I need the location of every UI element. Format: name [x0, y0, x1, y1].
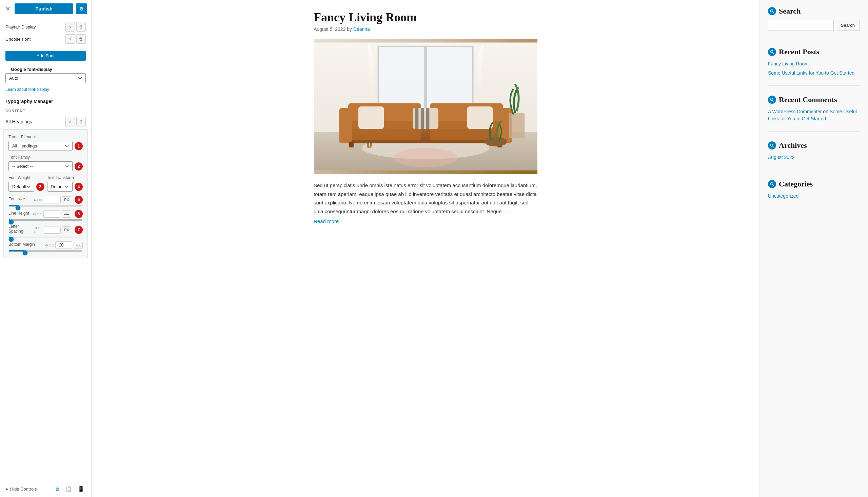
commenter-link[interactable]: A WordPress Commenter	[768, 109, 822, 114]
font-size-label: Font size	[9, 197, 25, 201]
bottom-margin-input[interactable]	[55, 241, 72, 249]
categories-widget: Categories Uncategorized	[768, 180, 860, 209]
learn-font-display-link[interactable]: Learn about font-display	[0, 86, 91, 95]
search-input[interactable]	[768, 20, 834, 31]
font-family-select[interactable]: -- Select --	[9, 161, 73, 171]
publish-button[interactable]: Publish	[15, 3, 73, 14]
post-author-link[interactable]: Deanna	[353, 26, 370, 32]
all-headings-label: All Headings	[5, 119, 32, 124]
category-link-0[interactable]: Uncategorized	[768, 193, 860, 200]
bottom-margin-row: Bottom Margin ⚙ □ □ PX	[9, 241, 83, 252]
search-widget-icon	[768, 7, 776, 15]
svg-rect-28	[415, 108, 418, 129]
target-element-label: Target Element	[9, 134, 83, 139]
search-widget: Search Search	[768, 7, 860, 38]
letter-spacing-slider[interactable]	[9, 237, 83, 238]
all-headings-delete-btn[interactable]: 🗑	[76, 117, 86, 126]
letter-spacing-icons: ⚙ □ □	[34, 226, 42, 233]
text-transform-label: Text Transform	[47, 175, 83, 180]
read-more-link[interactable]: Read more	[314, 218, 339, 224]
choose-font-delete-btn[interactable]: 🗑	[76, 34, 86, 44]
letter-spacing-input[interactable]	[44, 226, 61, 233]
desktop-icon[interactable]: 🖥	[53, 484, 61, 494]
recent-comments-title-text: Recent Comments	[779, 95, 837, 104]
hide-controls-label: Hide Controls	[10, 486, 37, 492]
recent-post-link-1[interactable]: Some Useful Links for You to Get Started	[768, 70, 860, 76]
text-transform-select[interactable]: Default NoneCapitalizeUppercaseLowercase	[47, 182, 73, 191]
font-size-badge: 5	[75, 196, 83, 204]
bottom-margin-label: Bottom Margin	[9, 242, 35, 247]
svg-rect-29	[421, 108, 424, 129]
svg-rect-23	[349, 142, 354, 147]
recent-posts-icon	[768, 48, 776, 56]
line-height-label: Line Height	[9, 211, 29, 216]
playfair-expand-btn[interactable]: ∨	[66, 22, 75, 31]
post-excerpt: Sed ut perspiciatis unde omnis iste natu…	[314, 181, 537, 216]
svg-line-43	[773, 185, 774, 186]
archives-title: Archives	[768, 141, 860, 150]
bottom-bar: ● Hide Controls 🖥 📋 📱	[0, 481, 91, 497]
svg-line-35	[773, 12, 774, 13]
font-family-label: Font Family	[9, 155, 83, 160]
post-image-svg	[314, 39, 537, 174]
svg-line-39	[773, 100, 774, 101]
target-element-row: Target Element All Headings H1H2H3H4H5H6…	[9, 134, 83, 151]
recent-posts-title-text: Recent Posts	[779, 47, 819, 56]
recent-comment-text: A WordPress Commenter on Some Useful Lin…	[768, 108, 860, 123]
line-height-badge: 6	[75, 210, 83, 218]
svg-rect-31	[509, 113, 525, 138]
bottom-margin-icons: ⚙ □ □	[45, 243, 54, 247]
line-height-slider[interactable]	[9, 219, 83, 221]
line-height-minus[interactable]: —	[62, 210, 71, 218]
font-weight-badge: 2	[36, 183, 44, 191]
font-size-input[interactable]	[44, 196, 61, 203]
letter-spacing-badge: 7	[75, 226, 83, 234]
google-font-display-select[interactable]: Auto Block Swap Fallback Optional	[5, 73, 86, 83]
font-weight-select[interactable]: Default 100200300400500600700800900	[9, 182, 34, 191]
recent-posts-widget: Recent Posts Fancy Living Room Some Usef…	[768, 47, 860, 86]
right-sidebar: Search Search Recent Posts Fancy Living …	[759, 0, 868, 497]
add-font-button[interactable]: Add Font	[5, 51, 86, 61]
svg-line-41	[773, 146, 774, 147]
font-family-badge: 2	[75, 162, 83, 171]
gear-button[interactable]: ⚙	[76, 3, 87, 14]
recent-post-link-0[interactable]: Fancy Living Room	[768, 60, 860, 68]
playfair-controls: ∨ 🗑	[66, 22, 86, 31]
font-weight-label: Font Weight	[9, 175, 44, 180]
bottom-margin-unit: PX	[74, 242, 83, 248]
bottom-margin-slider[interactable]	[9, 250, 83, 252]
choose-font-expand-btn[interactable]: ∨	[66, 34, 75, 44]
hide-controls-button[interactable]: ● Hide Controls	[5, 486, 37, 492]
font-size-row: Font size ⚙ □ □ PX 5	[9, 196, 83, 207]
weight-transform-row: Font Weight Default 10020030040050060070…	[9, 175, 83, 191]
google-font-display-label: Google font-display	[5, 63, 86, 73]
post-title: Fancy Living Room	[314, 10, 537, 25]
recent-comments-icon	[768, 96, 776, 104]
archives-widget: Archives August 2022	[768, 141, 860, 170]
svg-point-42	[771, 183, 773, 185]
playfair-delete-btn[interactable]: 🗑	[76, 22, 86, 31]
close-button[interactable]: ✕	[4, 4, 12, 14]
target-element-badge: 1	[75, 142, 83, 150]
font-size-slider[interactable]	[9, 205, 83, 207]
left-panel: ✕ Publish ⚙ Playfair Display ∨ 🗑 Choose …	[0, 0, 91, 497]
target-element-select[interactable]: All Headings H1H2H3H4H5H6	[9, 141, 73, 151]
all-headings-up-btn[interactable]: ∧	[66, 117, 75, 126]
svg-point-33	[394, 148, 458, 168]
search-button[interactable]: Search	[836, 20, 860, 31]
recent-comments-widget: Recent Comments A WordPress Commenter on…	[768, 95, 860, 131]
archives-icon	[768, 141, 776, 150]
categories-icon	[768, 180, 776, 188]
letter-spacing-unit: PX	[62, 226, 71, 233]
font-family-row: Font Family -- Select -- 2	[9, 155, 83, 171]
line-height-input[interactable]	[43, 210, 60, 218]
mobile-icon[interactable]: 📱	[76, 484, 86, 494]
categories-title: Categories	[768, 180, 860, 188]
svg-point-40	[771, 144, 773, 146]
tablet-icon[interactable]: 📋	[64, 484, 74, 494]
top-bar: ✕ Publish ⚙	[0, 0, 91, 18]
svg-point-34	[771, 10, 773, 12]
archive-link-0[interactable]: August 2022	[768, 154, 860, 161]
recent-posts-title: Recent Posts	[768, 47, 860, 56]
all-headings-row: All Headings ∧ 🗑	[0, 114, 91, 129]
